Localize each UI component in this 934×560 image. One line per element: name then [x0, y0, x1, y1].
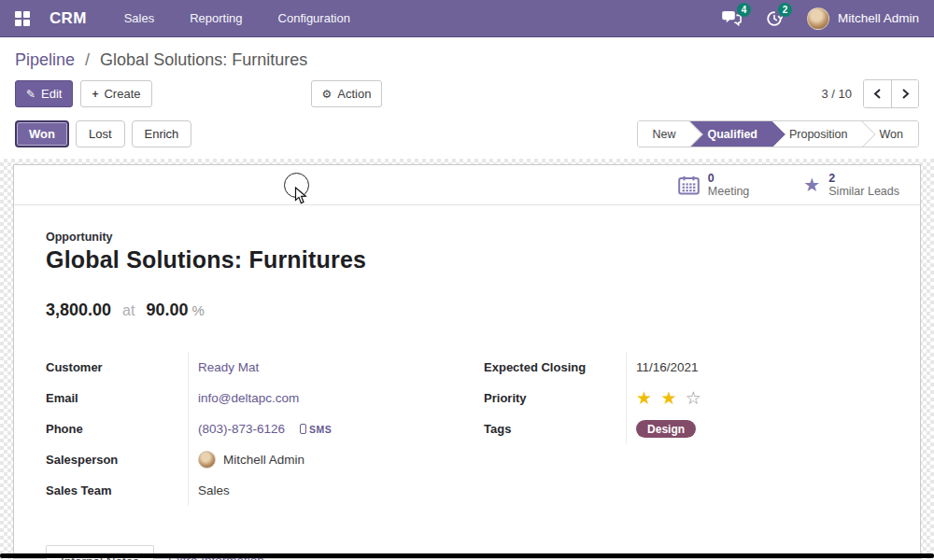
sheet-body: Opportunity Global Solutions: Furnitures…	[14, 231, 920, 560]
star-icon: ★	[803, 175, 820, 194]
meeting-label: Meeting	[708, 185, 749, 198]
email-value-link[interactable]: info@deltapc.com	[198, 391, 299, 405]
pager-count: 3 / 10	[821, 87, 852, 101]
at-label: at	[122, 302, 134, 319]
pager-next-button[interactable]	[891, 80, 918, 107]
left-field-group: Customer Ready Mat Email info@deltapc.co…	[46, 352, 442, 506]
mobile-phone-icon	[300, 424, 306, 434]
opportunity-form-card: 0 Meeting ★ 2 Similar Leads Opportunity …	[13, 164, 921, 559]
star-filled-icon[interactable]: ★	[660, 388, 678, 408]
salesperson-label: Salesperson	[46, 453, 188, 467]
click-indicator	[284, 173, 309, 198]
activities-count-badge: 2	[778, 3, 792, 17]
edit-button[interactable]: ✎ Edit	[15, 80, 73, 107]
tags-label: Tags	[484, 422, 626, 436]
salesperson-avatar	[198, 451, 216, 469]
priority-label: Priority	[484, 391, 626, 405]
meeting-count: 0	[708, 172, 749, 185]
star-filled-icon[interactable]: ★	[636, 388, 654, 408]
user-avatar[interactable]	[807, 7, 829, 30]
action-button[interactable]: ⚙ Action	[311, 80, 383, 107]
priority-row: Priority ★ ★ ☆	[484, 383, 888, 413]
recording-progress-bar	[0, 553, 934, 558]
stage-statusbar: New Qualified Proposition Won	[637, 120, 919, 147]
expected-closing-value[interactable]: 11/16/2021	[636, 360, 699, 374]
control-panel: ✎ Edit + Create ⚙ Action 3 / 10	[0, 70, 934, 108]
sms-label: SMS	[309, 424, 332, 435]
menu-configuration[interactable]: Configuration	[278, 11, 350, 25]
form-view-area: 0 Meeting ★ 2 Similar Leads Opportunity …	[0, 159, 934, 559]
status-row: Won Lost Enrich New Qualified Propositio…	[0, 108, 934, 159]
mouse-cursor-icon	[294, 187, 307, 204]
phone-value-link[interactable]: (803)-873-6126	[198, 422, 285, 436]
record-type-label: Opportunity	[46, 231, 888, 244]
breadcrumb-pipeline-link[interactable]: Pipeline	[15, 50, 75, 69]
probability-value: 90.00	[146, 301, 188, 320]
top-navbar: CRM Sales Reporting Configuration 4 2	[0, 0, 934, 37]
pencil-icon: ✎	[26, 88, 35, 101]
apps-menu-icon[interactable]	[15, 11, 29, 25]
field-groups: Customer Ready Mat Email info@deltapc.co…	[46, 352, 888, 506]
sales-team-row: Sales Team Sales	[46, 475, 442, 506]
stage-new[interactable]: New	[638, 121, 688, 147]
messages-count-badge: 4	[737, 3, 751, 17]
button-box: 0 Meeting ★ 2 Similar Leads	[14, 165, 920, 205]
star-empty-icon[interactable]: ☆	[686, 388, 703, 408]
priority-stars[interactable]: ★ ★ ☆	[636, 389, 703, 407]
salesperson-row: Salesperson Mitchell Admin	[46, 444, 442, 475]
meeting-stat-button[interactable]: 0 Meeting	[678, 172, 749, 199]
breadcrumb: Pipeline / Global Solutions: Furnitures	[0, 37, 934, 70]
phone-row: Phone (803)-873-6126 SMS	[46, 413, 442, 444]
opportunity-title: Global Solutions: Furnitures	[46, 246, 888, 273]
customer-value-link[interactable]: Ready Mat	[198, 360, 259, 374]
menu-sales[interactable]: Sales	[124, 11, 155, 25]
user-name[interactable]: Mitchell Admin	[838, 11, 919, 25]
pager-previous-button[interactable]	[864, 80, 891, 107]
sms-button[interactable]: SMS	[300, 424, 332, 435]
calendar-icon	[678, 175, 700, 195]
similar-leads-count: 2	[828, 172, 899, 185]
app-name[interactable]: CRM	[50, 9, 87, 28]
pager: 3 / 10	[821, 79, 919, 108]
salesperson-value[interactable]: Mitchell Admin	[223, 453, 304, 467]
expected-closing-row: Expected Closing 11/16/2021	[484, 352, 888, 383]
phone-label: Phone	[46, 422, 188, 436]
chevron-right-icon	[901, 89, 910, 99]
menu-reporting[interactable]: Reporting	[190, 11, 242, 25]
revenue-row: 3,800.00 at 90.00 %	[46, 301, 888, 320]
customer-row: Customer Ready Mat	[46, 352, 442, 383]
mark-lost-button[interactable]: Lost	[76, 120, 125, 147]
messages-button[interactable]: 4	[722, 10, 742, 26]
sales-team-value[interactable]: Sales	[198, 483, 230, 497]
breadcrumb-separator: /	[85, 50, 90, 69]
similar-leads-stat-button[interactable]: ★ 2 Similar Leads	[803, 172, 899, 199]
breadcrumb-current: Global Solutions: Furnitures	[100, 50, 307, 69]
create-button[interactable]: + Create	[80, 80, 151, 107]
similar-leads-label: Similar Leads	[828, 185, 899, 198]
enrich-button[interactable]: Enrich	[132, 120, 192, 147]
mark-won-button[interactable]: Won	[15, 120, 69, 147]
email-row: Email info@deltapc.com	[46, 383, 442, 413]
right-field-group: Expected Closing 11/16/2021 Priority ★ ★…	[484, 352, 888, 506]
customer-label: Customer	[46, 360, 188, 374]
chevron-left-icon	[873, 89, 882, 99]
activities-button[interactable]: 2	[766, 10, 783, 27]
expected-revenue: 3,800.00	[46, 301, 111, 320]
tags-row: Tags Design	[484, 413, 888, 444]
sales-team-label: Sales Team	[46, 483, 188, 497]
percent-sign: %	[191, 302, 204, 318]
plus-icon: +	[92, 88, 98, 101]
tag-design[interactable]: Design	[636, 420, 696, 438]
gear-icon: ⚙	[322, 88, 333, 101]
expected-closing-label: Expected Closing	[484, 360, 626, 374]
email-label: Email	[46, 391, 188, 405]
